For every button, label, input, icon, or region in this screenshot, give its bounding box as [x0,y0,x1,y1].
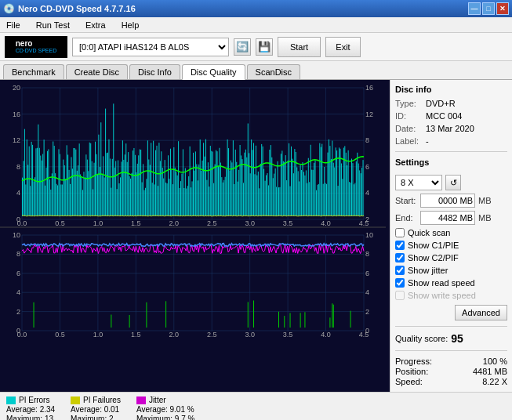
close-button[interactable]: ✕ [496,2,509,15]
speed-value: 8.22 X [482,377,507,386]
tab-disc-quality[interactable]: Disc Quality [182,64,245,80]
quality-chart [0,80,386,339]
divider-3 [395,350,507,351]
speed-label: Speed: [395,377,423,386]
nero-logo: nero CD·DVD SPEED [5,36,67,58]
disc-type-value: DVD+R [426,99,456,108]
show-jitter-checkbox[interactable] [395,266,405,275]
start-input[interactable] [420,194,475,208]
jitter-color-box [136,396,146,404]
toolbar: nero CD·DVD SPEED [0:0] ATAPI iHAS124 B … [0,33,512,61]
logo-text: nero [16,40,57,48]
window-title: Nero CD-DVD Speed 4.7.7.16 [18,4,136,13]
chart-area [0,80,390,392]
app-icon: 💿 [3,3,15,14]
pi-failures-legend: PI Failures Average: 0.01 Maximum: 2 Tot… [71,396,121,420]
right-panel: Disc info Type: DVD+R ID: MCC 004 Date: … [390,80,512,392]
reload-icon[interactable]: 🔄 [234,38,251,56]
jitter-label: Jitter [149,396,166,404]
settings-title: Settings [395,158,507,167]
pi-errors-legend: PI Errors Average: 2.34 Maximum: 13 Tota… [6,396,55,420]
menu-help[interactable]: Help [118,19,143,31]
disc-id-value: MCC 004 [426,111,462,121]
disc-type-row: Type: DVD+R [395,99,507,108]
disc-label-row: Label: - [395,136,507,146]
pi-failures-max: Maximum: 2 [71,415,121,420]
show-write-speed-label: Show write speed [408,291,476,300]
start-label: Start: [395,196,417,205]
pi-errors-avg: Average: 2.34 [6,405,55,414]
quality-score-row: Quality score: 95 [395,332,507,345]
show-read-speed-checkbox[interactable] [395,278,405,288]
progress-section: Progress: 100 % Position: 4481 MB Speed:… [395,357,507,387]
show-c1pie-label: Show C1/PIE [408,241,459,250]
show-jitter-row: Show jitter [395,266,507,275]
quality-score-label: Quality score: [395,334,448,343]
main-content: Disc info Type: DVD+R ID: MCC 004 Date: … [0,80,512,392]
progress-row: Progress: 100 % [395,357,507,366]
logo-sub: CD·DVD SPEED [16,48,57,53]
disc-date-label: Date: [395,124,423,133]
pi-errors-max: Maximum: 13 [6,415,55,420]
start-row: Start: MB [395,194,507,208]
position-label: Position: [395,367,428,376]
show-write-speed-checkbox[interactable] [395,291,405,300]
title-bar: 💿 Nero CD-DVD Speed 4.7.7.16 — □ ✕ [0,0,512,17]
tabs-bar: Benchmark Create Disc Disc Info Disc Qua… [0,61,512,80]
quick-scan-checkbox[interactable] [395,228,405,237]
tab-benchmark[interactable]: Benchmark [3,64,64,79]
menu-bar: File Run Test Extra Help [0,17,512,33]
start-mb: MB [478,196,492,205]
minimize-button[interactable]: — [468,2,481,15]
position-row: Position: 4481 MB [395,367,507,376]
divider-2 [395,326,507,327]
disc-type-label: Type: [395,99,423,108]
title-controls: — □ ✕ [468,2,509,15]
jitter-max: Maximum: 9.7 % [136,415,194,420]
exit-button[interactable]: Exit [325,37,361,57]
end-input[interactable] [420,211,475,225]
pi-errors-color-box [6,396,16,404]
show-read-speed-label: Show read speed [408,278,475,288]
show-c1pie-checkbox[interactable] [395,241,405,250]
save-icon[interactable]: 💾 [256,38,273,56]
tab-scan-disc[interactable]: ScanDisc [247,64,300,79]
advanced-button[interactable]: Advanced [455,305,507,320]
position-value: 4481 MB [473,367,507,376]
jitter-avg: Average: 9.01 % [136,405,194,414]
drive-select[interactable]: [0:0] ATAPI iHAS124 B AL0S [72,38,229,56]
menu-run-test[interactable]: Run Test [33,19,73,31]
progress-label: Progress: [395,357,432,366]
menu-extra[interactable]: Extra [82,19,109,31]
title-bar-left: 💿 Nero CD-DVD Speed 4.7.7.16 [3,3,136,14]
show-c2pif-checkbox[interactable] [395,253,405,262]
quick-scan-label: Quick scan [408,228,450,237]
speed-row-prog: Speed: 8.22 X [395,377,507,386]
legend-area: PI Errors Average: 2.34 Maximum: 13 Tota… [0,392,512,420]
speed-select[interactable]: 8 X [395,175,442,190]
pi-errors-label: PI Errors [19,396,49,404]
refresh-button[interactable]: ↺ [445,175,461,190]
pi-failures-color-box [71,396,80,404]
speed-row: 8 X ↺ [395,175,507,190]
end-mb: MB [478,213,492,223]
disc-label-value: - [426,136,429,146]
progress-value: 100 % [483,357,507,366]
show-c1pie-row: Show C1/PIE [395,241,507,250]
jitter-legend: Jitter Average: 9.01 % Maximum: 9.7 % PO… [136,396,194,420]
menu-file[interactable]: File [3,19,24,31]
disc-id-row: ID: MCC 004 [395,111,507,121]
maximize-button[interactable]: □ [482,2,495,15]
jitter-title: Jitter [136,396,194,404]
show-write-speed-row: Show write speed [395,291,507,300]
show-read-speed-row: Show read speed [395,278,507,288]
end-row: End: MB [395,211,507,225]
pi-errors-title: PI Errors [6,396,55,404]
disc-date-row: Date: 13 Mar 2020 [395,124,507,133]
start-button[interactable]: Start [278,37,321,57]
pi-failures-title: PI Failures [71,396,121,404]
tab-disc-info[interactable]: Disc Info [129,64,180,79]
tab-create-disc[interactable]: Create Disc [66,64,128,79]
pi-failures-label: PI Failures [83,396,121,404]
show-c2pif-row: Show C2/PIF [395,253,507,262]
